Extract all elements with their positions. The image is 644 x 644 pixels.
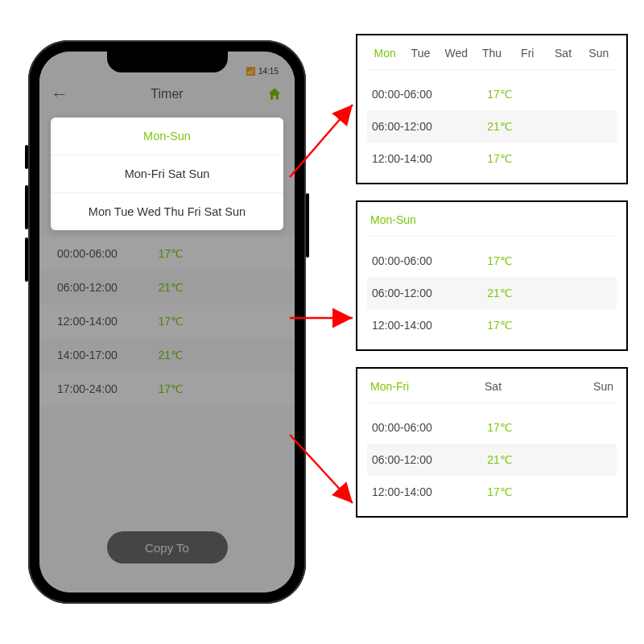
- page-title: Timer: [68, 87, 266, 101]
- phone-notch: [107, 52, 228, 72]
- preview-temp: 17℃: [473, 485, 513, 498]
- preview-panel-monfri-sat-sun: Mon-Fri Sat Sun 00:00-06:00 17℃ 06:00-12…: [356, 367, 628, 518]
- preview-row[interactable]: 12:00-14:00 17℃: [367, 476, 617, 508]
- tab-mon-fri[interactable]: Mon-Fri: [367, 380, 452, 393]
- preview-rows: 00:00-06:00 17℃ 06:00-12:00 21℃ 12:00-14…: [367, 78, 617, 175]
- preview-rows: 00:00-06:00 17℃ 06:00-12:00 21℃ 12:00-14…: [367, 411, 617, 508]
- popup-option-individual-days[interactable]: Mon Tue Wed Thu Fri Sat Sun: [51, 193, 283, 230]
- preview-row[interactable]: 00:00-06:00 17℃: [367, 411, 617, 444]
- preview-row[interactable]: 00:00-06:00 17℃: [367, 78, 617, 110]
- popup-option-mon-sun[interactable]: Mon-Sun: [51, 118, 283, 155]
- day-tabs: Mon-Fri Sat Sun: [367, 380, 617, 403]
- schedule-time: 00:00-06:00: [57, 247, 159, 260]
- phone-side-button: [306, 193, 309, 258]
- phone-side-button: [25, 145, 28, 169]
- preview-time: 00:00-06:00: [372, 254, 473, 267]
- preview-temp: 17℃: [473, 254, 513, 267]
- preview-time: 12:00-14:00: [372, 319, 473, 332]
- tab-mon[interactable]: Mon: [367, 47, 402, 60]
- tab-tue[interactable]: Tue: [402, 47, 438, 60]
- schedule-temp: 21℃: [159, 281, 225, 294]
- tab-sun[interactable]: Sun: [535, 380, 617, 393]
- preview-row[interactable]: 06:00-12:00 21℃: [367, 277, 617, 309]
- preview-row[interactable]: 12:00-14:00 17℃: [367, 309, 617, 341]
- phone-side-button: [25, 185, 28, 229]
- tab-sat[interactable]: Sat: [545, 47, 580, 60]
- tab-mon-sun[interactable]: Mon-Sun: [367, 213, 416, 226]
- preview-panel-mon-sun: Mon-Sun 00:00-06:00 17℃ 06:00-12:00 21℃ …: [356, 200, 628, 351]
- schedule-list: 00:00-06:00 17℃ 06:00-12:00 21℃ 12:00-14…: [39, 237, 295, 406]
- tab-wed[interactable]: Wed: [439, 47, 474, 60]
- preview-row[interactable]: 12:00-14:00 17℃: [367, 142, 617, 175]
- schedule-row[interactable]: 00:00-06:00 17℃: [39, 237, 295, 270]
- schedule-temp: 21℃: [159, 349, 225, 361]
- preview-time: 00:00-06:00: [372, 88, 473, 101]
- phone-side-button: [25, 237, 28, 282]
- schedule-time: 14:00-17:00: [57, 349, 159, 361]
- popup-option-monfri-sat-sun[interactable]: Mon-Fri Sat Sun: [51, 155, 283, 193]
- clock-time: 14:15: [258, 67, 279, 76]
- phone-device-frame: 📶 14:15 ← Timer Mon-Sun Mon-Fri Sat Sun …: [28, 40, 306, 604]
- preview-time: 12:00-14:00: [372, 485, 473, 498]
- preview-time: 06:00-12:00: [372, 453, 473, 466]
- preview-row[interactable]: 06:00-12:00 21℃: [367, 444, 617, 476]
- preview-temp: 21℃: [473, 287, 513, 299]
- wifi-icon: 📶: [246, 67, 255, 76]
- phone-screen: 📶 14:15 ← Timer Mon-Sun Mon-Fri Sat Sun …: [39, 52, 295, 592]
- preview-row[interactable]: 00:00-06:00 17℃: [367, 245, 617, 277]
- home-icon[interactable]: [266, 85, 283, 103]
- tab-thu[interactable]: Thu: [474, 47, 510, 60]
- preview-temp: 21℃: [473, 453, 513, 466]
- tab-sat[interactable]: Sat: [452, 380, 534, 393]
- day-tabs: Mon Tue Wed Thu Fri Sat Sun: [367, 47, 617, 70]
- preview-temp: 17℃: [473, 88, 513, 101]
- schedule-temp: 17℃: [159, 315, 225, 328]
- preview-temp: 17℃: [473, 421, 513, 434]
- preview-time: 06:00-12:00: [372, 287, 473, 299]
- schedule-row[interactable]: 17:00-24:00 17℃: [39, 372, 295, 406]
- schedule-temp: 17℃: [159, 247, 225, 260]
- app-header: ← Timer: [39, 77, 295, 111]
- preview-time: 00:00-06:00: [372, 421, 473, 434]
- preview-rows: 00:00-06:00 17℃ 06:00-12:00 21℃ 12:00-14…: [367, 245, 617, 341]
- back-icon[interactable]: ←: [51, 84, 68, 105]
- copy-to-button[interactable]: Copy To: [107, 531, 228, 564]
- preview-time: 06:00-12:00: [372, 120, 473, 133]
- schedule-time: 06:00-12:00: [57, 281, 159, 294]
- preview-row[interactable]: 06:00-12:00 21℃: [367, 110, 617, 142]
- schedule-row[interactable]: 06:00-12:00 21℃: [39, 270, 295, 304]
- schedule-time: 12:00-14:00: [57, 315, 159, 328]
- schedule-time: 17:00-24:00: [57, 382, 159, 395]
- day-tabs: Mon-Sun: [367, 213, 617, 237]
- schedule-mode-popup: Mon-Sun Mon-Fri Sat Sun Mon Tue Wed Thu …: [51, 118, 283, 230]
- preview-temp: 21℃: [473, 120, 513, 133]
- schedule-row[interactable]: 14:00-17:00 21℃: [39, 338, 295, 372]
- tab-fri[interactable]: Fri: [510, 47, 545, 60]
- preview-time: 12:00-14:00: [372, 152, 473, 165]
- preview-panel-individual-days: Mon Tue Wed Thu Fri Sat Sun 00:00-06:00 …: [356, 34, 628, 184]
- tab-sun[interactable]: Sun: [581, 47, 617, 60]
- preview-temp: 17℃: [473, 319, 513, 332]
- preview-temp: 17℃: [473, 152, 513, 165]
- schedule-row[interactable]: 12:00-14:00 17℃: [39, 304, 295, 338]
- schedule-temp: 17℃: [159, 382, 225, 395]
- preview-panels: Mon Tue Wed Thu Fri Sat Sun 00:00-06:00 …: [356, 34, 628, 518]
